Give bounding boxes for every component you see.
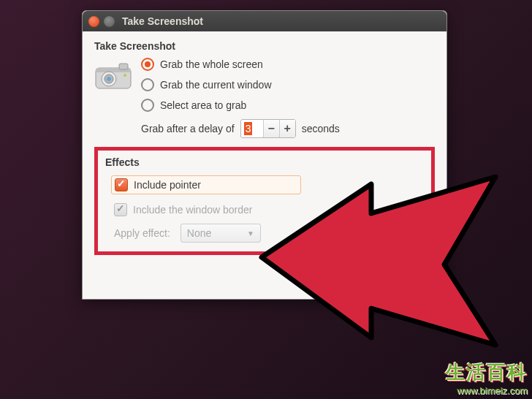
delay-suffix: seconds — [302, 123, 340, 134]
svg-rect-2 — [119, 64, 128, 69]
close-icon[interactable] — [88, 16, 99, 27]
watermark: 生活百科 www.bimeiz.com — [446, 360, 528, 396]
minimize-icon[interactable] — [104, 16, 115, 27]
window-controls — [88, 16, 115, 27]
radio-label: Grab the current window — [160, 79, 272, 91]
include-border-checkbox — [114, 203, 127, 216]
camera-icon — [94, 61, 132, 91]
effects-section-highlight: Effects Include pointer Include the wind… — [94, 147, 435, 255]
dialog-content: Take Screenshot Grab the whole screen Gr — [83, 31, 446, 299]
radio-label: Select area to grab — [160, 99, 246, 111]
delay-spinbox[interactable]: 3 − + — [240, 119, 296, 138]
radio-icon — [141, 99, 154, 112]
include-pointer-label: Include pointer — [134, 179, 296, 191]
grab-options: Grab the whole screen Grab the current w… — [141, 58, 435, 138]
apply-effect-row: Apply effect: None ▼ — [114, 224, 424, 243]
grab-section: Grab the whole screen Grab the current w… — [94, 58, 435, 138]
radio-select-area[interactable]: Select area to grab — [141, 99, 435, 112]
apply-effect-value: None — [187, 227, 211, 239]
svg-point-6 — [123, 74, 126, 77]
include-border-label: Include the window border — [133, 204, 252, 216]
delay-value[interactable]: 3 — [241, 122, 263, 135]
radio-icon — [141, 58, 154, 71]
watermark-text: 生活百科 — [446, 360, 528, 385]
radio-grab-current-window[interactable]: Grab the current window — [141, 78, 435, 91]
delay-prefix: Grab after a delay of — [141, 123, 235, 134]
screenshot-dialog: Take Screenshot Take Screenshot Grab the… — [82, 10, 447, 300]
titlebar[interactable]: Take Screenshot — [83, 11, 446, 31]
delay-row: Grab after a delay of 3 − + seconds — [141, 119, 435, 138]
svg-point-5 — [107, 77, 111, 81]
radio-label: Grab the whole screen — [160, 58, 263, 70]
include-border-row: Include the window border — [114, 203, 424, 216]
spin-plus-button[interactable]: + — [279, 120, 295, 137]
radio-grab-whole-screen[interactable]: Grab the whole screen — [141, 58, 435, 71]
apply-effect-combo: None ▼ — [180, 224, 261, 243]
grab-section-label: Take Screenshot — [94, 40, 435, 52]
chevron-down-icon: ▼ — [247, 229, 254, 238]
window-title: Take Screenshot — [122, 15, 203, 27]
radio-icon — [141, 78, 154, 91]
apply-effect-label: Apply effect: — [114, 227, 170, 239]
effects-section-label: Effects — [105, 156, 424, 168]
include-pointer-checkbox[interactable] — [115, 178, 128, 191]
take-screenshot-button[interactable]: Take Screenshot — [340, 265, 435, 287]
action-row: Take Screenshot — [94, 265, 435, 287]
watermark-url: www.bimeiz.com — [446, 385, 528, 396]
include-pointer-row[interactable]: Include pointer — [111, 175, 301, 194]
spin-minus-button[interactable]: − — [263, 120, 279, 137]
